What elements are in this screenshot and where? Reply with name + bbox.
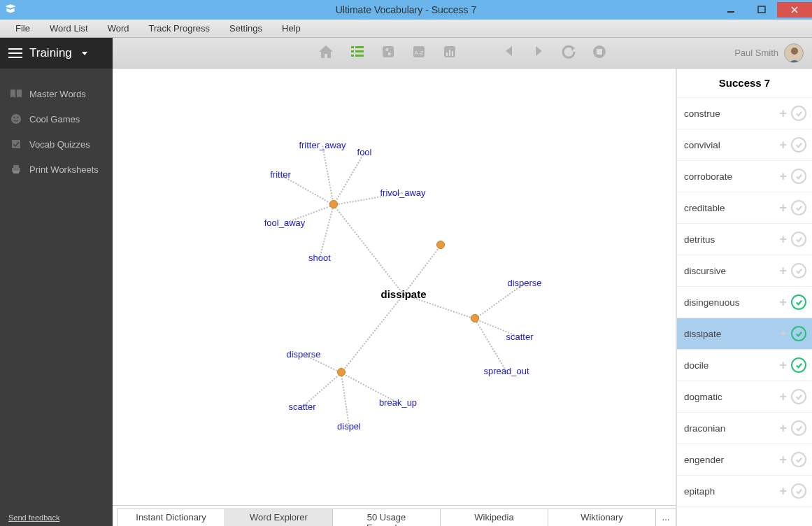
plus-icon[interactable]: + — [779, 232, 787, 247]
graph-leaf-label[interactable]: spread_out — [483, 366, 529, 376]
word-item-label: convivial — [684, 140, 720, 150]
menu-file[interactable]: File — [15, 23, 30, 34]
plus-icon[interactable]: + — [779, 453, 787, 467]
plus-icon[interactable]: + — [779, 106, 787, 121]
stop-icon[interactable] — [592, 44, 607, 62]
check-icon[interactable] — [791, 326, 806, 341]
svg-point-24 — [791, 48, 798, 55]
graph-leaf-label[interactable]: fool_away — [264, 218, 306, 228]
plus-icon[interactable]: + — [779, 358, 787, 373]
check-icon[interactable] — [791, 452, 806, 467]
prev-icon[interactable] — [502, 44, 516, 62]
svg-rect-14 — [355, 55, 364, 57]
graph-center-label[interactable]: dissipate — [380, 288, 426, 300]
check-icon[interactable] — [791, 106, 806, 121]
sidebar-item-vocab-quizzes[interactable]: Vocab Quizzes — [0, 132, 113, 157]
word-item[interactable]: engender+ — [677, 444, 812, 476]
tab-wikipedia[interactable]: Wikipedia — [440, 509, 548, 526]
swap-icon[interactable] — [380, 44, 396, 62]
word-item[interactable]: dissipate+ — [677, 318, 812, 350]
check-icon[interactable] — [791, 169, 806, 184]
word-item-label: draconian — [684, 423, 725, 434]
menu-track[interactable]: Track Progress — [148, 23, 210, 34]
chart-icon[interactable] — [442, 44, 457, 62]
menu-settings[interactable]: Settings — [229, 23, 262, 34]
maximize-button[interactable] — [746, 2, 777, 17]
graph-edge — [474, 318, 507, 371]
sidebar-item-master-words[interactable]: Master Words — [0, 81, 113, 106]
svg-rect-20 — [449, 50, 450, 56]
list-icon[interactable] — [350, 44, 365, 62]
tab-wiktionary[interactable]: Wiktionary — [548, 509, 656, 526]
word-item[interactable]: convivial+ — [677, 129, 812, 161]
graph-leaf-label[interactable]: frivol_away — [380, 187, 425, 198]
word-item-label: epitaph — [684, 486, 715, 497]
graph-node-dot[interactable] — [329, 200, 338, 208]
sidebar-item-cool-games[interactable]: Cool Games — [0, 106, 113, 132]
word-item[interactable]: detritus+ — [677, 224, 812, 255]
plus-icon[interactable]: + — [779, 327, 787, 341]
plus-icon[interactable]: + — [779, 421, 787, 436]
graph-leaf-label[interactable]: fritter_away — [299, 140, 346, 150]
refresh-icon[interactable] — [561, 44, 576, 62]
sidebar-item-print-worksheets[interactable]: Print Worksheets — [0, 157, 113, 182]
word-item[interactable]: docile+ — [677, 350, 812, 381]
tab-more[interactable]: ... — [655, 509, 676, 526]
graph-node-dot[interactable] — [436, 241, 445, 249]
word-item[interactable]: dogmatic+ — [677, 381, 812, 413]
word-item[interactable]: disingenuous+ — [677, 287, 812, 318]
word-graph-canvas[interactable]: fritter_awayfoolfritterfrivol_awayfool_a… — [113, 69, 676, 505]
plus-icon[interactable]: + — [779, 264, 787, 278]
tab-word-explorer[interactable]: Word Explorer — [225, 509, 333, 526]
graph-leaf-label[interactable]: break_up — [379, 397, 417, 408]
graph-leaf-label[interactable]: scatter — [288, 401, 315, 412]
minimize-button[interactable] — [715, 2, 746, 17]
check-icon[interactable] — [791, 483, 806, 499]
plus-icon[interactable]: + — [779, 484, 787, 499]
graph-node-dot[interactable] — [337, 368, 346, 376]
tab-usage-examples[interactable]: 50 Usage Examples — [332, 509, 441, 526]
plus-icon[interactable]: + — [779, 201, 787, 215]
check-icon[interactable] — [791, 200, 806, 215]
check-icon[interactable] — [791, 294, 806, 310]
check-icon[interactable] — [791, 389, 806, 404]
graph-leaf-label[interactable]: disperse — [286, 349, 320, 360]
bottom-tabs: Instant Dictionary Word Explorer 50 Usag… — [113, 505, 676, 526]
plus-icon[interactable]: + — [779, 138, 787, 152]
sidebar-header[interactable]: Training — [0, 38, 113, 69]
close-button[interactable] — [777, 2, 812, 17]
graph-node-dot[interactable] — [471, 314, 479, 322]
svg-point-3 — [14, 117, 15, 118]
plus-icon[interactable]: + — [779, 390, 787, 404]
word-item[interactable]: epitaph+ — [677, 476, 812, 507]
tab-instant-dictionary[interactable]: Instant Dictionary — [117, 509, 225, 526]
plus-icon[interactable]: + — [779, 295, 787, 310]
check-icon[interactable] — [791, 232, 806, 247]
graph-leaf-label[interactable]: fritter — [270, 169, 291, 180]
next-icon[interactable] — [532, 44, 546, 62]
graph-leaf-label[interactable]: disperse — [507, 278, 541, 288]
word-item-label: dissipate — [684, 329, 721, 339]
graph-leaf-label[interactable]: fool — [357, 147, 372, 157]
menu-help[interactable]: Help — [282, 23, 301, 34]
user-area[interactable]: Paul Smith — [734, 43, 804, 63]
word-item[interactable]: corroborate+ — [677, 161, 812, 192]
word-item[interactable]: construe+ — [677, 98, 812, 129]
svg-rect-19 — [446, 52, 448, 56]
menu-wordlist[interactable]: Word List — [50, 23, 88, 34]
word-item[interactable]: creditable+ — [677, 192, 812, 224]
plus-icon[interactable]: + — [779, 169, 787, 184]
graph-leaf-label[interactable]: shoot — [308, 253, 331, 263]
check-icon[interactable] — [791, 263, 806, 278]
home-icon[interactable] — [318, 44, 334, 62]
word-item[interactable]: discursive+ — [677, 255, 812, 287]
graph-leaf-label[interactable]: scatter — [506, 332, 533, 342]
check-icon[interactable] — [791, 137, 806, 152]
graph-leaf-label[interactable]: dispel — [337, 421, 361, 432]
check-icon[interactable] — [791, 357, 806, 373]
menu-word[interactable]: Word — [108, 23, 129, 34]
az-icon[interactable]: A-Z — [411, 44, 427, 62]
send-feedback-link[interactable]: Send feedback — [8, 513, 104, 522]
word-item[interactable]: draconian+ — [677, 413, 812, 444]
check-icon[interactable] — [791, 420, 806, 436]
